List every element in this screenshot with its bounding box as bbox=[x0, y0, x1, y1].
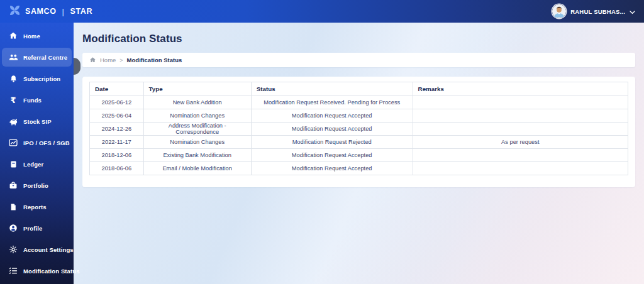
modification-status-card: Date Type Status Remarks 2025-06-12 New … bbox=[82, 77, 635, 187]
breadcrumb-home-link[interactable]: Home bbox=[100, 57, 116, 63]
cell-type: Address Modification - Correspondence bbox=[143, 123, 251, 136]
line-chart-icon bbox=[8, 138, 18, 147]
table-row: 2018-06-06 Email / Mobile Modification M… bbox=[90, 162, 628, 175]
cell-type: New Bank Addition bbox=[143, 96, 251, 109]
breadcrumb: Home > Modification Status bbox=[82, 53, 635, 67]
user-name: RAHUL SUBHAS... bbox=[570, 8, 625, 15]
avatar bbox=[552, 4, 566, 18]
sidebar-item-referral-centre[interactable]: Referral Centre bbox=[2, 48, 72, 67]
table-row: 2018-12-06 Existing Bank Modification Mo… bbox=[90, 149, 628, 162]
breadcrumb-home-icon bbox=[89, 55, 96, 66]
sidebar: Home Referral Centre Subscription ₹ Fund… bbox=[0, 23, 74, 284]
cell-remarks bbox=[413, 123, 628, 136]
brand-name-left: SAMCO bbox=[25, 7, 57, 16]
cell-type: Nomination Changes bbox=[143, 136, 251, 149]
cell-date: 2025-06-12 bbox=[90, 96, 144, 109]
main-content: Modification Status Home > Modification … bbox=[74, 23, 644, 284]
cell-remarks bbox=[413, 149, 628, 162]
breadcrumb-current: Modification Status bbox=[127, 57, 182, 63]
cell-status: Modification Request Accepted bbox=[251, 123, 413, 136]
cell-type: Nomination Changes bbox=[143, 109, 251, 123]
user-menu[interactable]: RAHUL SUBHAS... bbox=[552, 4, 635, 18]
sidebar-item-profile[interactable]: Profile bbox=[2, 219, 72, 238]
brand-logo[interactable]: SAMCO | STAR bbox=[9, 4, 92, 19]
sidebar-item-subscription[interactable]: Subscription bbox=[2, 69, 72, 88]
table-row: 2022-11-17 Nomination Changes Modificati… bbox=[90, 136, 628, 149]
profile-icon bbox=[8, 224, 18, 232]
sidebar-item-stock-sip[interactable]: Stock SIP bbox=[2, 112, 72, 131]
column-header-remarks: Remarks bbox=[413, 82, 628, 96]
cell-date: 2025-06-04 bbox=[90, 109, 144, 123]
cell-type: Email / Mobile Modification bbox=[143, 162, 251, 175]
cell-remarks bbox=[413, 109, 628, 123]
home-icon bbox=[8, 31, 18, 40]
column-header-date: Date bbox=[90, 82, 144, 96]
sidebar-item-portfolio[interactable]: Portfolio bbox=[2, 176, 72, 195]
table-row: 2025-06-12 New Bank Addition Modificatio… bbox=[90, 96, 628, 109]
checklist-icon bbox=[8, 266, 18, 275]
gear-icon bbox=[8, 245, 18, 254]
table-header-row: Date Type Status Remarks bbox=[90, 82, 628, 96]
referral-centre-icon bbox=[8, 53, 18, 61]
column-header-type: Type bbox=[143, 82, 251, 96]
cell-date: 2018-06-06 bbox=[90, 162, 144, 175]
column-header-status: Status bbox=[251, 82, 413, 96]
cell-type: Existing Bank Modification bbox=[143, 149, 251, 162]
sidebar-item-home[interactable]: Home bbox=[2, 26, 72, 45]
rupee-icon: ₹ bbox=[8, 96, 18, 104]
sidebar-item-modification-status[interactable]: Modification Status bbox=[2, 261, 72, 280]
cell-date: 2018-12-06 bbox=[90, 149, 144, 162]
cell-status: Modification Request Received. Pending f… bbox=[251, 96, 413, 109]
cell-status: Modification Request Rejected bbox=[251, 136, 413, 149]
sidebar-item-ipo-ofs-sgb[interactable]: IPO / OFS / SGB bbox=[2, 133, 72, 152]
sidebar-item-reports[interactable]: Reports bbox=[2, 197, 72, 216]
ledger-book-icon bbox=[8, 160, 18, 168]
page-title: Modification Status bbox=[82, 33, 635, 45]
cell-remarks bbox=[413, 96, 628, 109]
table-row: 2024-12-26 Address Modification - Corres… bbox=[90, 123, 628, 136]
piggy-bank-icon bbox=[8, 117, 18, 126]
cell-date: 2022-11-17 bbox=[90, 136, 144, 149]
brand-divider: | bbox=[62, 7, 65, 16]
report-file-icon bbox=[8, 203, 18, 211]
chevron-down-icon bbox=[630, 6, 635, 17]
table-row: 2025-06-04 Nomination Changes Modificati… bbox=[90, 109, 628, 123]
brand-name-right: STAR bbox=[70, 7, 93, 16]
cell-remarks: As per request bbox=[413, 136, 628, 149]
bell-icon bbox=[8, 75, 18, 83]
sidebar-item-ledger[interactable]: Ledger bbox=[2, 155, 72, 173]
briefcase-icon bbox=[8, 181, 18, 190]
cell-status: Modification Request Accepted bbox=[251, 109, 413, 123]
cell-status: Modification Request Accepted bbox=[251, 149, 413, 162]
cell-date: 2024-12-26 bbox=[90, 123, 144, 136]
sidebar-item-account-settings[interactable]: Account Settings bbox=[2, 240, 72, 259]
top-header: SAMCO | STAR RAHUL SUBHAS... bbox=[0, 0, 644, 23]
cell-remarks bbox=[413, 162, 628, 175]
cell-status: Modification Request Accepted bbox=[251, 162, 413, 175]
samco-pinwheel-icon bbox=[9, 4, 21, 19]
sidebar-item-funds[interactable]: ₹ Funds bbox=[2, 90, 72, 109]
modification-status-table: Date Type Status Remarks 2025-06-12 New … bbox=[89, 82, 628, 175]
breadcrumb-separator: > bbox=[119, 57, 123, 63]
